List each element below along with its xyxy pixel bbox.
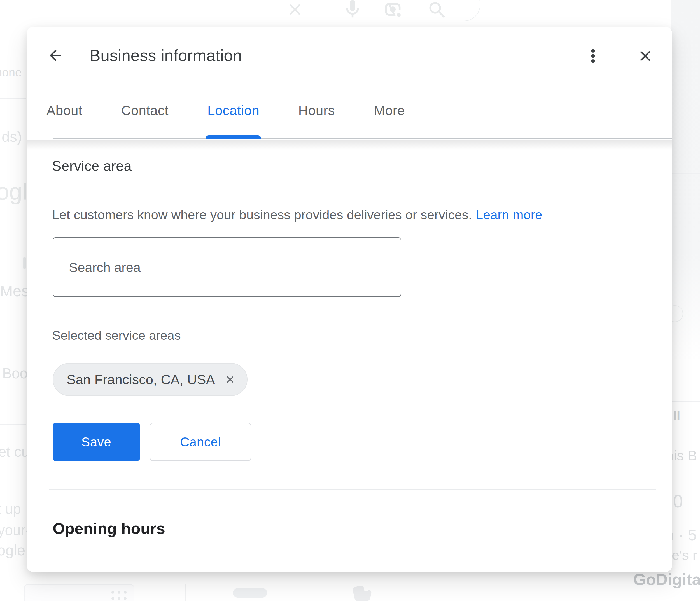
background-divider bbox=[185, 584, 185, 601]
service-area-heading: Service area bbox=[52, 158, 132, 174]
active-tab-underline bbox=[206, 135, 261, 139]
service-area-chip: San Francisco, CA, USA bbox=[53, 363, 248, 396]
searchbar-pill-edge bbox=[453, 0, 480, 21]
background-text: et cu bbox=[0, 445, 29, 459]
mic-icon bbox=[342, 0, 364, 21]
background-divider bbox=[0, 115, 26, 116]
drag-dots-icon bbox=[111, 591, 123, 601]
tab-more[interactable]: More bbox=[372, 102, 406, 138]
background-text: Boo bbox=[2, 366, 28, 381]
tab-list: About Contact Location Hours More bbox=[45, 102, 406, 138]
save-button[interactable]: Save bbox=[53, 423, 140, 461]
background-text: ogle bbox=[0, 543, 25, 558]
background-text: your- bbox=[0, 523, 30, 537]
background-text: Mes bbox=[0, 283, 29, 299]
background-divider bbox=[671, 401, 700, 402]
chip-remove-button[interactable] bbox=[225, 374, 236, 385]
scroll-shadow bbox=[27, 140, 672, 150]
tab-hours[interactable]: Hours bbox=[297, 102, 336, 138]
lens-icon bbox=[382, 0, 405, 22]
background-text: ogl bbox=[0, 180, 27, 203]
searchbar-divider bbox=[323, 0, 323, 26]
business-information-dialog: Business information About Contact Locat… bbox=[27, 27, 672, 572]
tab-about[interactable]: About bbox=[45, 102, 84, 138]
opening-hours-heading: Opening hours bbox=[53, 519, 165, 537]
background-text: ll bbox=[673, 409, 680, 422]
background-divider bbox=[0, 424, 26, 425]
description-text: Let customers know where your business p… bbox=[52, 207, 472, 222]
background-text: GoDigital bbox=[633, 571, 700, 587]
search-icon bbox=[427, 0, 448, 22]
background-divider bbox=[671, 430, 700, 430]
selected-service-areas-label: Selected service areas bbox=[52, 328, 181, 343]
background-divider bbox=[671, 173, 700, 174]
background-pill bbox=[233, 588, 267, 598]
tab-location[interactable]: Location bbox=[206, 102, 261, 138]
background-divider bbox=[0, 98, 26, 99]
screen: ✕ none ds) ogl Mes Boo et cu t up your- … bbox=[0, 0, 700, 601]
tab-location-label: Location bbox=[207, 103, 259, 118]
thumb-icon bbox=[347, 585, 372, 601]
tab-contact[interactable]: Contact bbox=[120, 102, 170, 138]
tab-bar-border bbox=[53, 138, 672, 139]
background-text: ds) bbox=[2, 129, 22, 144]
section-divider bbox=[49, 489, 656, 490]
background-text: none bbox=[0, 67, 22, 78]
background-text: le's r bbox=[669, 548, 697, 562]
chip-label: San Francisco, CA, USA bbox=[67, 372, 215, 387]
service-area-description: Let customers know where your business p… bbox=[52, 207, 542, 222]
clear-icon: ✕ bbox=[287, 1, 303, 19]
background-text: t up bbox=[0, 502, 21, 516]
search-area-input[interactable] bbox=[53, 237, 401, 297]
learn-more-link[interactable]: Learn more bbox=[476, 207, 542, 222]
background-divider bbox=[671, 118, 700, 118]
cancel-button[interactable]: Cancel bbox=[150, 423, 251, 461]
background-text bbox=[23, 257, 26, 269]
tab-bar: About Contact Location Hours More bbox=[27, 27, 672, 139]
remove-icon bbox=[225, 374, 236, 385]
